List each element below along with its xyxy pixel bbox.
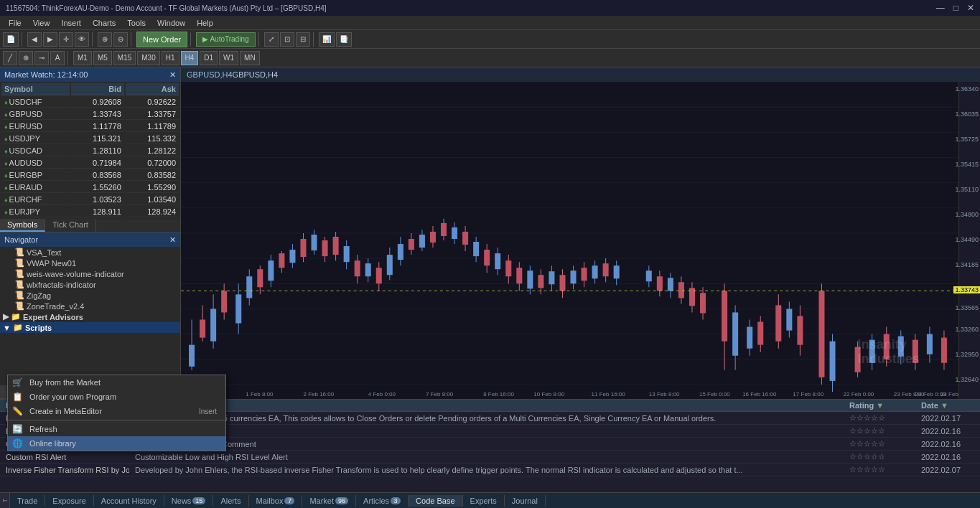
tab-alerts[interactable]: Alerts [213, 495, 248, 507]
zoom-fit2-button[interactable]: ⊡ [280, 32, 294, 47]
forward-button[interactable]: ▶ [43, 32, 57, 47]
mw-bid: 0.83568 [71, 170, 124, 181]
menu-item-help[interactable]: Help [191, 17, 219, 29]
market-watch-row[interactable]: ♦EURCHF 1.03523 1.03540 [1, 194, 179, 205]
ctx-buy-market-label: Buy from the Market [29, 378, 217, 387]
ctx-online-library[interactable]: 🌐 Online library [8, 436, 225, 451]
text-btn[interactable]: A [50, 51, 65, 65]
market-watch-row[interactable]: ♦GBPUSD 1.33743 1.33757 [1, 109, 179, 120]
view-button[interactable]: 👁 [75, 32, 89, 47]
nav-item-wlx[interactable]: 📜 wlxfractals-indicator [0, 279, 180, 290]
new-order-button[interactable]: New Order [136, 32, 187, 47]
mw-col-symbol: Symbol [1, 83, 70, 95]
table-row[interactable]: Inverse Fisher Transform RSI by John Eh.… [0, 464, 980, 476]
tf-h1[interactable]: H1 [162, 51, 179, 65]
menu-item-insert[interactable]: Insert [55, 17, 87, 29]
ctx-order-program[interactable]: 📋 Order your own Program [8, 390, 225, 404]
zoom-out-button[interactable]: ⊖ [113, 32, 128, 47]
templates-button[interactable]: 📑 [336, 32, 352, 47]
zoom-fit-button[interactable]: ⤢ [264, 32, 279, 47]
market-watch-row[interactable]: ♦EURJPY 128.911 128.924 [1, 207, 179, 217]
status-bar: T Trade Exposure Account History News 15… [0, 492, 980, 508]
chart-canvas[interactable]: 31 Jan 0:00 1 Feb 8:00 2 Feb 16:00 4 Feb… [181, 82, 958, 399]
nav-item-weis[interactable]: 📜 weis-wave-volume-indicator [0, 268, 180, 279]
chart-area: GBPUSD,H4 GBPUSD,H4 [181, 67, 980, 399]
ctx-buy-market[interactable]: 🛒 Buy from the Market [8, 375, 225, 390]
tab-exposure[interactable]: Exposure [45, 495, 93, 507]
tab-trade[interactable]: Trade [10, 495, 45, 507]
sep5 [258, 32, 261, 47]
navigator-body[interactable]: 📜 VSA_Text 📜 VWAP New01 📜 weis-wave-volu… [0, 247, 180, 385]
market-watch-time: 12:14:00 [57, 70, 88, 79]
tf-m1[interactable]: M1 [73, 51, 92, 65]
svg-text:8 Feb 16:00: 8 Feb 16:00 [483, 391, 514, 398]
nav-scripts-label: Scripts [25, 324, 52, 332]
tab-account-history[interactable]: Account History [94, 495, 164, 507]
tf-m5[interactable]: M5 [93, 51, 112, 65]
tab-journal[interactable]: Journal [505, 495, 546, 507]
market-watch-row[interactable]: ♦AUDUSD 0.71984 0.72000 [1, 158, 179, 169]
mw-symbol: ♦AUDUSD [1, 158, 70, 169]
table-row[interactable]: Custom RSI Alert Customizable Low and Hi… [0, 451, 980, 464]
tab-codebase[interactable]: Code Base [409, 495, 462, 507]
market-watch-row[interactable]: ♦EURAUD 1.55260 1.55290 [1, 182, 179, 193]
new-chart-button[interactable]: 📄 [3, 32, 19, 47]
nav-item-zigzag[interactable]: 📜 ZigZag [0, 290, 180, 301]
maximize-button[interactable]: □ [953, 3, 958, 13]
close-button[interactable]: ✕ [967, 3, 974, 13]
tf-mn[interactable]: MN [240, 51, 260, 65]
toolbar-1: 📄 ◀ ▶ ✛ 👁 ⊕ ⊖ New Order ▶ AutoTrading ⤢ … [0, 30, 980, 49]
articles-badge: 3 [391, 497, 401, 504]
nav-group-scripts[interactable]: ▼ 📁 Scripts [0, 322, 180, 333]
tf-w1[interactable]: W1 [219, 51, 238, 65]
indicators-button[interactable]: 📊 [319, 32, 335, 47]
tf-h4[interactable]: H4 [181, 51, 199, 65]
draw-btn3[interactable]: ⊸ [34, 51, 49, 65]
back-button[interactable]: ◀ [27, 32, 42, 47]
menu-item-charts[interactable]: Charts [87, 17, 121, 29]
row-date: 2022.02.07 [915, 464, 980, 476]
menu-item-tools[interactable]: Tools [121, 17, 151, 29]
mw-ask: 1.03540 [126, 194, 179, 205]
nav-item-zone[interactable]: 📜 ZoneTrade_v2.4 [0, 301, 180, 311]
market-watch-close[interactable]: ✕ [169, 70, 176, 80]
market-watch-row[interactable]: ♦USDJPY 115.321 115.332 [1, 133, 179, 144]
navigator-header: Navigator ✕ [0, 232, 180, 247]
market-badge: 96 [335, 497, 348, 504]
mw-symbol: ♦USDJPY [1, 133, 70, 144]
mw-tab-tick[interactable]: Tick Chart [45, 219, 96, 232]
nav-item-vwap[interactable]: 📜 VWAP New01 [0, 258, 180, 268]
tf-m30[interactable]: M30 [137, 51, 159, 65]
tf-m15[interactable]: M15 [113, 51, 136, 65]
nav-item-vsa[interactable]: 📜 VSA_Text [0, 247, 180, 258]
draw-btn2[interactable]: ⊕ [19, 51, 33, 65]
menu-bar: File View Insert Charts Tools Window Hel… [0, 16, 980, 30]
minimize-button[interactable]: — [936, 3, 945, 13]
svg-text:11 Feb 16:00: 11 Feb 16:00 [592, 391, 626, 398]
tab-mailbox[interactable]: Mailbox 7 [249, 495, 303, 507]
tab-experts[interactable]: Experts [463, 495, 505, 507]
tf-d1[interactable]: D1 [200, 51, 218, 65]
market-watch-row[interactable]: ♦USDCAD 1.28110 1.28122 [1, 146, 179, 156]
period-sep-button[interactable]: ⊟ [296, 32, 310, 47]
menu-item-window[interactable]: Window [151, 17, 191, 29]
draw-line-button[interactable]: ╱ [3, 51, 17, 65]
zoom-in-button[interactable]: ⊕ [98, 32, 112, 47]
refresh-icon: 🔄 [12, 424, 23, 434]
crosshair-button[interactable]: ✛ [59, 32, 73, 47]
navigator-close[interactable]: ✕ [169, 235, 176, 245]
menu-item-view[interactable]: View [27, 17, 56, 29]
svg-rect-40 [333, 237, 339, 255]
tab-articles[interactable]: Articles 3 [356, 495, 409, 507]
tab-news[interactable]: News 15 [164, 495, 214, 507]
mw-tab-symbols[interactable]: Symbols [0, 219, 45, 232]
nav-group-expert[interactable]: ▶ 📁 Expert Advisors [0, 311, 180, 322]
market-watch-row[interactable]: ♦EURGBP 0.83568 0.83582 [1, 170, 179, 181]
ctx-refresh[interactable]: 🔄 Refresh [8, 422, 225, 436]
autotrading-button[interactable]: ▶ AutoTrading [196, 32, 255, 47]
market-watch-row[interactable]: ♦USDCHF 0.92608 0.92622 [1, 97, 179, 108]
ctx-create-editor[interactable]: ✏️ Create in MetaEditor Insert [8, 404, 225, 418]
tab-market[interactable]: Market 96 [302, 495, 356, 507]
market-watch-row[interactable]: ♦EURUSD 1.11778 1.11789 [1, 121, 179, 132]
menu-item-file[interactable]: File [3, 17, 27, 29]
